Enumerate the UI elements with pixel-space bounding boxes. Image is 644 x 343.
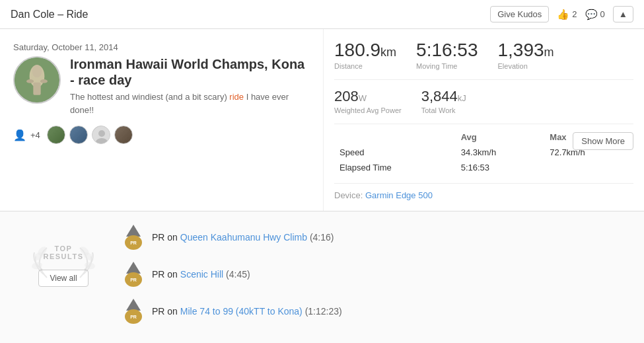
- stat-row-speed-avg: 34.3km/h: [456, 145, 545, 160]
- svg-point-3: [32, 65, 42, 77]
- stat-distance-label: Distance: [334, 62, 396, 70]
- device-info: Device: Garmin Edge 500: [334, 183, 633, 200]
- page-header: Dan Cole – Ride Give Kudos 👍 2 💬 0 ▲: [0, 0, 644, 29]
- main-content: Saturday, October 11, 2014: [0, 29, 644, 211]
- list-item: PR PR on Mile 74 to 99 (40kTT to Kona) (…: [123, 299, 633, 324]
- participant-avatar-1[interactable]: [47, 126, 65, 144]
- pr-medal-icon: PR: [123, 262, 144, 287]
- stat-row-elapsed-label: Elapsed Time: [334, 160, 456, 175]
- stat-moving-time-value: 5:16:53: [416, 40, 478, 61]
- list-item: PR PR on Queen Kaahumanu Hwy Climb (4:16…: [123, 225, 633, 250]
- laurel-wreath-icon: [24, 231, 103, 291]
- col-header-metric: [334, 132, 456, 145]
- col-header-avg: Avg: [456, 132, 545, 145]
- svg-point-8: [98, 130, 105, 137]
- stat-elevation-label: Elevation: [498, 62, 554, 70]
- header-actions: Give Kudos 👍 2 💬 0 ▲: [490, 6, 633, 22]
- avatar-image: [15, 56, 59, 104]
- ride-link[interactable]: ride: [229, 92, 244, 102]
- participant-avatar-4[interactable]: [114, 126, 133, 144]
- stats-table: Show More Avg Max Speed 34.3km/h 72.7km/…: [334, 132, 633, 200]
- svg-rect-4: [33, 83, 40, 95]
- pr-link-2[interactable]: Scenic Hill: [180, 269, 223, 280]
- activity-title: Ironman Hawaii World Champs, Kona - race…: [70, 56, 310, 88]
- activity-header: Ironman Hawaii World Champs, Kona - race…: [13, 56, 310, 116]
- stat-elevation-value: 1,393m: [498, 40, 554, 61]
- comment-icon: 💬: [585, 9, 598, 20]
- left-panel: Saturday, October 11, 2014: [0, 29, 324, 211]
- comments-count: 💬 0: [585, 9, 605, 20]
- avatar-3-image: [92, 126, 110, 144]
- stat-moving-time-label: Moving Time: [416, 62, 478, 70]
- activity-date: Saturday, October 11, 2014: [13, 42, 310, 52]
- stat-total-work: 3,844kJ Total Work: [421, 88, 466, 114]
- participant-count: +4: [30, 130, 40, 140]
- pr-medal-icon: PR: [123, 225, 144, 250]
- stat-elevation: 1,393m Elevation: [498, 40, 554, 70]
- stat-moving-time: 5:16:53 Moving Time: [416, 40, 478, 70]
- pr-item-text-2: PR on Scenic Hill (4:45): [152, 269, 250, 280]
- add-person-icon: 👤: [13, 129, 26, 141]
- right-panel: 180.9km Distance 5:16:53 Moving Time 1,3…: [324, 29, 644, 211]
- pr-link-1[interactable]: Queen Kaahumanu Hwy Climb: [180, 232, 307, 243]
- table-row: Elapsed Time 5:16:53: [334, 160, 633, 175]
- participants-section: 👤 +4: [13, 126, 310, 144]
- pr-list: PR PR on Queen Kaahumanu Hwy Climb (4:16…: [116, 225, 633, 336]
- stats-top: 180.9km Distance 5:16:53 Moving Time 1,3…: [334, 40, 633, 80]
- show-more-button[interactable]: Show More: [573, 132, 633, 150]
- stat-distance: 180.9km Distance: [334, 40, 396, 70]
- avatar: [13, 56, 61, 104]
- stat-power-label: Weighted Avg Power: [334, 106, 402, 114]
- scroll-up-button[interactable]: ▲: [613, 6, 633, 22]
- stat-power: 208W Weighted Avg Power: [334, 88, 402, 114]
- activity-title-block: Ironman Hawaii World Champs, Kona - race…: [70, 56, 310, 116]
- pr-item-text-3: PR on Mile 74 to 99 (40kTT to Kona) (1:1…: [152, 306, 342, 317]
- participant-avatar-3[interactable]: [92, 126, 110, 144]
- list-item: PR PR on Scenic Hill (4:45): [123, 262, 633, 287]
- pr-item-text-1: PR on Queen Kaahumanu Hwy Climb (4:16): [152, 232, 334, 243]
- medal-circle-1: PR: [125, 235, 142, 250]
- stat-row-elapsed-max: [544, 160, 633, 175]
- activity-description: The hottest and windiest (and a bit scar…: [70, 91, 310, 116]
- stat-distance-value: 180.9km: [334, 40, 396, 61]
- kudos-count: 👍 2: [557, 9, 577, 20]
- top-results-title: TOP RESULTS: [43, 245, 83, 260]
- pr-link-3[interactable]: Mile 74 to 99 (40kTT to Kona): [180, 306, 303, 317]
- bottom-section: TOP RESULTS View all PR PR on Queen Kaah…: [0, 211, 644, 343]
- participant-avatar-2[interactable]: [69, 126, 88, 144]
- stats-mid: 208W Weighted Avg Power 3,844kJ Total Wo…: [334, 88, 633, 124]
- page-title: Dan Cole – Ride: [11, 9, 88, 20]
- top-results: TOP RESULTS View all: [11, 225, 116, 336]
- thumbs-up-icon: 👍: [557, 9, 569, 20]
- svg-point-5: [26, 79, 34, 83]
- give-kudos-button[interactable]: Give Kudos: [490, 6, 549, 22]
- stat-row-speed-label: Speed: [334, 145, 456, 160]
- device-link[interactable]: Garmin Edge 500: [365, 190, 433, 200]
- pr-medal-icon: PR: [123, 299, 144, 324]
- medal-circle-2: PR: [125, 272, 142, 287]
- stat-row-elapsed-avg: 5:16:53: [456, 160, 545, 175]
- svg-point-6: [40, 79, 48, 83]
- stat-total-work-label: Total Work: [421, 106, 466, 114]
- medal-circle-3: PR: [125, 309, 142, 324]
